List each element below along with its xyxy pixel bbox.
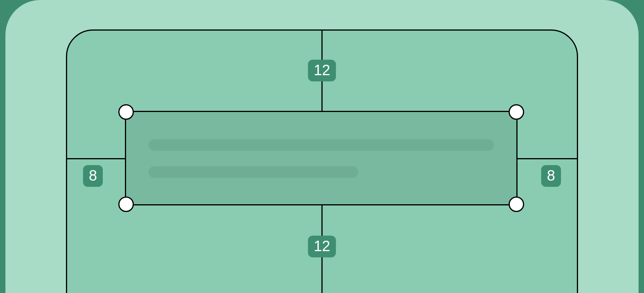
padding-badge-left: 8 xyxy=(83,165,103,187)
guide-line-horizontal-left xyxy=(67,158,125,159)
selected-element[interactable] xyxy=(125,111,518,205)
resize-handle-top-left[interactable] xyxy=(118,104,134,120)
padding-badge-top: 12 xyxy=(308,60,336,81)
content-placeholder-line xyxy=(149,166,358,178)
guide-line-horizontal-right xyxy=(518,158,577,159)
resize-handle-bottom-right[interactable] xyxy=(509,196,524,212)
content-placeholder-line xyxy=(149,139,494,151)
padding-badge-bottom: 12 xyxy=(308,236,336,257)
padding-badge-right: 8 xyxy=(541,165,561,187)
resize-handle-bottom-left[interactable] xyxy=(118,196,134,212)
resize-handle-top-right[interactable] xyxy=(509,104,524,120)
